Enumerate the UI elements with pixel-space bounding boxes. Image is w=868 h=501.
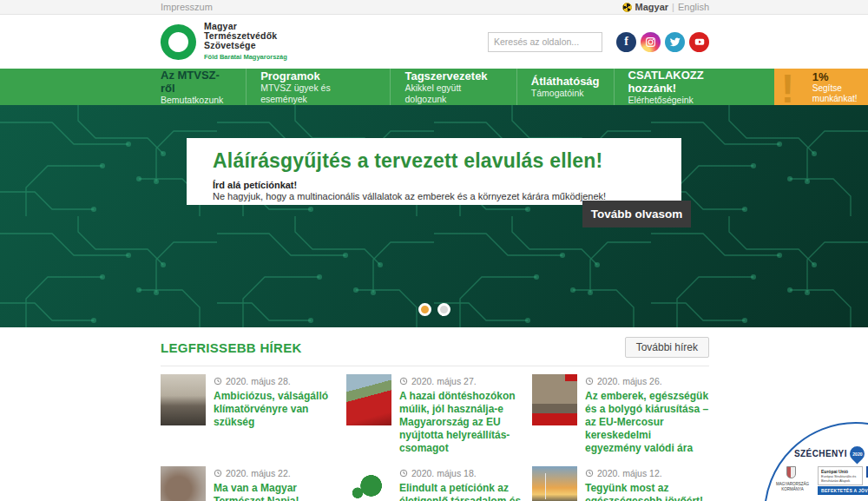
- nav-item-az-mtvsz-rol[interactable]: Az MTVSZ-ről Bemutatkozunk: [161, 69, 246, 105]
- youtube-icon[interactable]: [689, 32, 709, 52]
- nav-item-atlathatosag[interactable]: Átláthatóság Támogatóink: [516, 69, 614, 105]
- clock-icon: [585, 377, 594, 386]
- news-date: 2020. május 22.: [226, 468, 291, 478]
- donate-1-percent-button[interactable]: ! 1% Segítse munkánkat!: [774, 69, 868, 105]
- site-logo[interactable]: Magyar Természetvédők Szövetsége Föld Ba…: [161, 22, 287, 62]
- news-thumbnail-red-flag[interactable]: [346, 374, 391, 425]
- szechenyi-label: SZÉCHENYI: [794, 449, 847, 458]
- clock-icon: [585, 469, 594, 478]
- carousel-dot-2[interactable]: [437, 303, 450, 316]
- nav-item-tagszervezetek[interactable]: Tagszervezetek Akikkel együtt dolgozunk: [390, 69, 516, 105]
- news-item-6: 2020. május 12. Tegyünk most az egészség…: [532, 466, 709, 501]
- clock-icon: [399, 377, 408, 386]
- nav-item-csatlakozz[interactable]: CSATLAKOZZ hozzánk! Elérhetőségeink: [614, 69, 766, 105]
- language-english[interactable]: English: [678, 2, 709, 12]
- site-header: Magyar Természetvédők Szövetsége Föld Ba…: [0, 15, 868, 69]
- hungary-coat-of-arms-icon: [786, 466, 796, 478]
- szechenyi-2020-pin-icon: 2020: [846, 443, 867, 464]
- clock-icon: [214, 377, 222, 386]
- news-date: 2020. május 12.: [597, 468, 662, 478]
- hero-title: Aláírásgyűjtés a tervezett elavulás elle…: [213, 149, 681, 173]
- nav-item-programok[interactable]: Programok MTVSZ ügyek és események: [246, 69, 390, 105]
- search-input[interactable]: [489, 36, 616, 47]
- investment-label: BEFEKTETÉS A JÖVŐBE: [818, 486, 868, 495]
- main-nav: Az MTVSZ-ről Bemutatkozunk Programok MTV…: [0, 69, 868, 105]
- news-item-5: 2020. május 18. Elindult a petíciónk az …: [346, 466, 523, 501]
- instagram-icon[interactable]: [641, 32, 661, 52]
- news-date: 2020. május 26.: [597, 376, 662, 386]
- more-news-button[interactable]: További hírek: [625, 337, 709, 358]
- news-title-link[interactable]: Ma van a Magyar Természet Napja!: [214, 482, 338, 501]
- twitter-icon[interactable]: [665, 32, 685, 52]
- eu-funds-label: Európai Strukturális és Beruházási Alapo…: [821, 474, 859, 483]
- news-thumbnail-city-report[interactable]: [532, 374, 577, 425]
- news-item-1: 2020. május 28. Ambiciózus, válságálló k…: [161, 374, 338, 455]
- government-label: MAGYARORSZÁG KORMÁNYA: [773, 482, 812, 491]
- news-section-title: LEGFRISSEBB HÍREK: [161, 340, 302, 355]
- language-magyar[interactable]: Magyar: [635, 2, 669, 12]
- facebook-icon[interactable]: f: [616, 32, 636, 52]
- news-section: LEGFRISSEBB HÍREK További hírek 2020. má…: [0, 327, 868, 501]
- language-separator: |: [672, 2, 674, 12]
- twitter-bird-icon: [669, 36, 681, 48]
- search-box: [488, 32, 602, 52]
- news-date: 2020. május 27.: [411, 376, 477, 386]
- language-switcher: Magyar | English: [622, 2, 709, 12]
- logo-ring-icon: [157, 21, 200, 63]
- hero-slide-card: Aláírásgyűjtés a tervezett elavulás elle…: [187, 138, 681, 205]
- clock-icon: [214, 469, 222, 478]
- instagram-camera-icon: [645, 36, 656, 48]
- exclamation-icon: !: [781, 69, 794, 105]
- social-links: f: [616, 32, 709, 52]
- news-title-link[interactable]: Az emberek, egészségük és a bolygó kiáru…: [585, 390, 709, 455]
- news-title-link[interactable]: Ambiciózus, válságálló klímatörvényre va…: [214, 390, 338, 429]
- carousel-dots: [0, 303, 868, 316]
- logo-subtitle: Föld Barátai Magyarország: [204, 52, 287, 62]
- news-thumbnail-protest[interactable]: [161, 374, 206, 425]
- news-thumbnail-wind-turbines[interactable]: [532, 466, 577, 501]
- news-title-link[interactable]: Elindult a petíciónk az életigenlő társa…: [399, 482, 523, 501]
- news-thumbnail-illustration[interactable]: [346, 466, 391, 501]
- top-bar: Impresszum Magyar | English: [0, 0, 868, 15]
- news-thumbnail-animal[interactable]: [161, 466, 206, 501]
- news-date: 2020. május 28.: [226, 376, 291, 386]
- youtube-play-icon: [694, 36, 706, 48]
- news-title-link[interactable]: Tegyünk most az egészségesebb jövőért! -…: [585, 482, 709, 501]
- clock-icon: [399, 469, 408, 478]
- logo-title-line3: Szövetsége: [204, 41, 287, 50]
- carousel-dot-1[interactable]: [418, 303, 431, 316]
- radiation-icon: [622, 3, 632, 12]
- news-title-link[interactable]: A hazai döntéshozókon múlik, jól használ…: [399, 390, 523, 455]
- news-item-4: 2020. május 22. Ma van a Magyar Természe…: [161, 466, 338, 501]
- hero-carousel: Aláírásgyűjtés a tervezett elavulás elle…: [0, 105, 868, 327]
- news-item-3: 2020. május 26. Az emberek, egészségük é…: [532, 374, 709, 455]
- news-item-2: 2020. május 27. A hazai döntéshozókon mú…: [346, 374, 523, 455]
- impresszum-link[interactable]: Impresszum: [161, 2, 213, 12]
- news-date: 2020. május 18.: [411, 468, 477, 478]
- hero-lead-bold: Írd alá petíciónkat!: [213, 180, 681, 190]
- read-more-button[interactable]: Tovább olvasom: [582, 201, 691, 227]
